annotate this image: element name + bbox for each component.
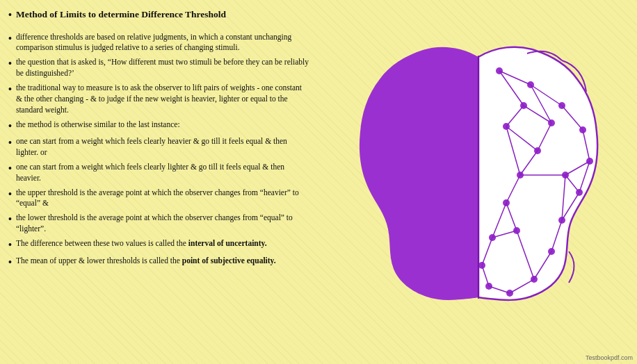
bullet-point: • xyxy=(8,256,12,270)
bullet-text: the traditional way to measure is to ask… xyxy=(16,83,309,116)
bullet-text: The mean of upper & lower thresholds is … xyxy=(16,256,276,267)
list-item: •the method is otherwise similar to the … xyxy=(8,119,309,133)
bullet-text: the lower threshold is the average point… xyxy=(16,213,309,235)
brain-area xyxy=(320,0,637,364)
bullet-point: • xyxy=(8,57,12,71)
bullet-point: • xyxy=(8,119,12,133)
list-item: •one can start from a weight which feels… xyxy=(8,162,309,184)
list-item: •The mean of upper & lower thresholds is… xyxy=(8,256,309,270)
list-item: •the traditional way to measure is to as… xyxy=(8,83,309,116)
bullet-point: • xyxy=(8,136,12,150)
bullet-point: • xyxy=(8,83,12,97)
brain-illustration xyxy=(332,15,624,349)
bullet-point: • xyxy=(8,8,12,22)
content-area: • Method of Limits to determine Differen… xyxy=(0,0,320,364)
bullet-point: • xyxy=(8,188,12,201)
watermark: Testbookpdf.com xyxy=(586,354,633,361)
bullet-point: • xyxy=(8,162,12,176)
bullet-text: The difference between these two values … xyxy=(16,238,267,249)
list-item: •the lower threshold is the average poin… xyxy=(8,213,309,235)
bullet-point: • xyxy=(8,213,12,226)
bullet-text: one can start from a weight which feels … xyxy=(16,162,309,184)
list-item: •The difference between these two values… xyxy=(8,238,309,252)
bullet-point: • xyxy=(8,238,12,252)
list-item: •one can start from a weight which feels… xyxy=(8,136,309,158)
bullet-text: difference thresholds are based on relat… xyxy=(16,32,309,54)
list-item: •the question that is asked is, “How dif… xyxy=(8,57,309,79)
main-title: Method of Limits to determine Difference… xyxy=(16,8,226,21)
list-item: •difference thresholds are based on rela… xyxy=(8,32,309,54)
bullets-container: •difference thresholds are based on rela… xyxy=(8,32,309,270)
bullet-text: the upper threshold is the average point… xyxy=(16,188,309,210)
bullet-text: the method is otherwise similar to the l… xyxy=(16,119,180,131)
bullet-text: the question that is asked is, “How diff… xyxy=(16,57,309,79)
list-item: •the upper threshold is the average poin… xyxy=(8,188,309,210)
bullet-text: one can start from a weight which feels … xyxy=(16,136,309,158)
bullet-point: • xyxy=(8,32,12,46)
